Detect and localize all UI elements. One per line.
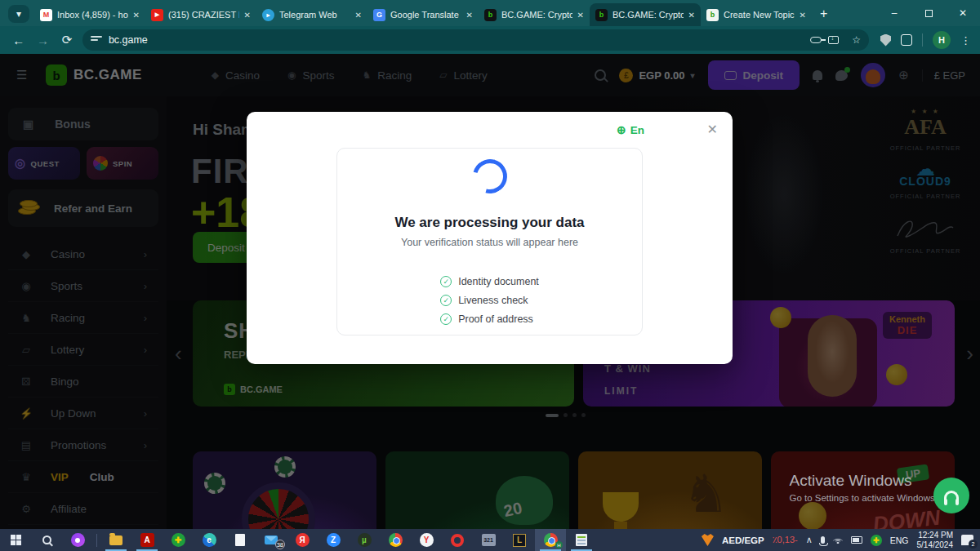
- headset-icon: [944, 491, 959, 500]
- globe-icon: ⊕: [617, 123, 626, 136]
- notepadpp-icon: [576, 534, 587, 546]
- media-player-button[interactable]: 321: [473, 529, 504, 551]
- youtube-favicon: ▶: [151, 9, 163, 21]
- browser-tab-gmail[interactable]: M Inbox (4,859) - hossa ✕: [34, 3, 145, 26]
- check-circle-icon: ✓: [440, 295, 452, 306]
- file-explorer-button[interactable]: [100, 529, 131, 551]
- reload-button[interactable]: ⟳: [55, 33, 79, 47]
- browser-menu-icon[interactable]: ⋮: [960, 34, 972, 47]
- language-selector[interactable]: ⊕ En: [617, 123, 644, 136]
- tab-title: Create New Topic - B: [724, 10, 795, 20]
- hamster-widget-icon[interactable]: [702, 534, 714, 546]
- tab-search-button[interactable]: ▾: [8, 5, 29, 23]
- browser-tab-bcgame-active[interactable]: b BC.GAME: Crypto Ca ✕: [590, 3, 701, 26]
- divider: [922, 33, 923, 47]
- mail-unread-badge: 38: [275, 540, 285, 549]
- currency-pair-label[interactable]: AED/EGP: [722, 535, 764, 545]
- forum-favicon: b: [706, 9, 719, 21]
- notepad-button[interactable]: [225, 529, 256, 551]
- microphone-icon[interactable]: [821, 536, 825, 544]
- modal-close-button[interactable]: ✕: [707, 122, 718, 137]
- password-key-icon[interactable]: [810, 37, 822, 43]
- yandex-y-button[interactable]: Y: [411, 529, 442, 551]
- tab-close-icon[interactable]: ✕: [466, 11, 473, 20]
- action-center-icon[interactable]: 2: [961, 535, 973, 545]
- tab-close-icon[interactable]: ✕: [800, 11, 806, 20]
- windows-logo-icon: [11, 535, 21, 545]
- alice-assistant-icon[interactable]: [62, 529, 93, 551]
- opera-button[interactable]: [442, 529, 473, 551]
- start-button[interactable]: [0, 529, 31, 551]
- tab-close-icon[interactable]: ✕: [688, 11, 695, 20]
- install-app-icon[interactable]: [828, 36, 839, 44]
- acrobat-button[interactable]: A: [131, 529, 163, 551]
- bookmark-star-icon[interactable]: ☆: [852, 34, 861, 46]
- watermark-line-1: Activate Windows: [789, 472, 938, 490]
- chrome-icon: [389, 533, 403, 547]
- antivirus-button[interactable]: ✚: [163, 529, 194, 551]
- maximize-button[interactable]: [911, 0, 946, 26]
- checklist-item-address: ✓ Proof of address: [440, 313, 539, 325]
- mpc-321-icon: 321: [482, 534, 496, 546]
- back-button[interactable]: ←: [7, 33, 31, 47]
- keyboard-language-label[interactable]: ENG: [890, 535, 909, 545]
- close-window-button[interactable]: ✕: [946, 0, 980, 26]
- zoom-button[interactable]: Z: [318, 529, 349, 551]
- new-tab-button[interactable]: +: [820, 7, 827, 21]
- forward-button[interactable]: →: [31, 33, 56, 47]
- taskbar-clock[interactable]: 12:24 PM 5/14/2024: [917, 531, 954, 550]
- battery-icon[interactable]: [851, 536, 862, 544]
- processing-card: We are processing your data Your verific…: [336, 148, 643, 335]
- translate-favicon: G: [373, 9, 385, 21]
- hidden-icons-chevron[interactable]: ∧: [806, 535, 813, 545]
- verification-modal: ⊕ En ✕ We are processing your data Your …: [247, 112, 733, 364]
- tab-close-icon[interactable]: ✕: [133, 11, 140, 20]
- tab-title: BC.GAME: Crypto Ca: [501, 10, 572, 20]
- chrome-profile-button[interactable]: H: [535, 529, 566, 551]
- browser-tab-translate[interactable]: G Google Translate ✕: [368, 3, 479, 26]
- notification-count-badge: 2: [969, 540, 978, 549]
- browser-tab-youtube[interactable]: ▶ (315) CRAZIEST Deba ✕: [145, 3, 256, 26]
- windows-taskbar: A ✚ e 38 Я Z µ Y 321 L H AED/EGP ٪0,13- …: [0, 529, 980, 551]
- document-icon: [235, 534, 245, 546]
- zoom-icon: Z: [327, 533, 341, 547]
- wifi-icon[interactable]: [833, 536, 843, 544]
- mail-button[interactable]: 38: [256, 529, 287, 551]
- support-chat-button[interactable]: [933, 478, 969, 513]
- extensions-puzzle-icon[interactable]: [901, 34, 912, 46]
- browser-profile-avatar[interactable]: H: [933, 31, 951, 49]
- site-info-icon[interactable]: [91, 36, 102, 44]
- check-circle-icon: ✓: [440, 313, 452, 325]
- taskbar-divider: [96, 534, 97, 547]
- adblock-shield-icon[interactable]: [880, 34, 891, 47]
- league-of-legends-button[interactable]: L: [504, 529, 535, 551]
- edge-button[interactable]: e: [194, 529, 225, 551]
- bcgame-favicon: b: [484, 9, 497, 21]
- tab-close-icon[interactable]: ✕: [244, 11, 251, 20]
- yandex-browser-icon: Я: [296, 533, 310, 547]
- checklist-label: Identity document: [458, 276, 539, 287]
- url-text[interactable]: bc.game: [109, 34, 804, 46]
- yandex-browser-button[interactable]: Я: [287, 529, 318, 551]
- utorrent-icon: µ: [358, 533, 372, 547]
- address-bar[interactable]: bc.game ☆: [82, 29, 869, 51]
- checklist-item-liveness: ✓ Liveness check: [440, 295, 539, 306]
- notepadpp-button[interactable]: [566, 529, 597, 551]
- bcgame-favicon: b: [595, 9, 608, 21]
- clock-date: 5/14/2024: [917, 540, 954, 550]
- minimize-button[interactable]: –: [877, 0, 911, 26]
- watermark-line-2: Go to Settings to activate Windows.: [789, 493, 938, 503]
- system-tray: AED/EGP ٪0,13- ∧ ✚ ENG 12:24 PM 5/14/202…: [702, 531, 980, 550]
- utorrent-button[interactable]: µ: [349, 529, 380, 551]
- chrome-button[interactable]: [380, 529, 411, 551]
- browser-tab-bcgame-1[interactable]: b BC.GAME: Crypto Ca ✕: [479, 3, 590, 26]
- antivirus-tray-icon[interactable]: ✚: [871, 535, 882, 546]
- browser-tab-forum[interactable]: b Create New Topic - B ✕: [701, 3, 812, 26]
- tab-title: Google Translate: [390, 10, 461, 20]
- browser-tab-telegram[interactable]: ▸ Telegram Web ✕: [256, 3, 368, 26]
- lol-icon: L: [513, 534, 526, 547]
- profile-h-badge: H: [555, 541, 563, 549]
- taskbar-search-button[interactable]: [31, 529, 62, 551]
- tab-close-icon[interactable]: ✕: [355, 11, 362, 20]
- tab-close-icon[interactable]: ✕: [577, 11, 584, 20]
